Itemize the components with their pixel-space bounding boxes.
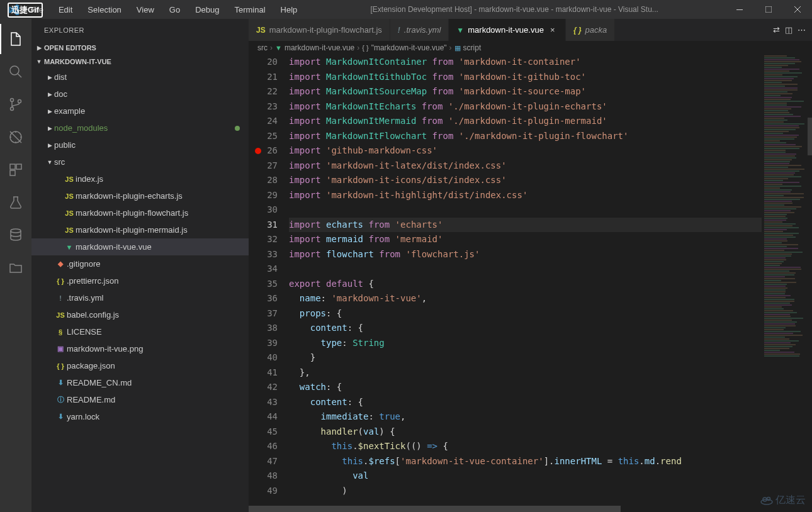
menu-edit[interactable]: Edit — [51, 1, 80, 18]
debug-icon[interactable] — [0, 122, 31, 152]
svg-rect-0 — [736, 9, 743, 10]
split-icon[interactable]: ◫ — [785, 25, 792, 35]
img-file-icon: ▣ — [54, 345, 67, 353]
gif-recorder-badge: 迅捷Gif — [8, 3, 43, 18]
file-markdown-it-plugin-flowchart.js[interactable]: JSmarkdown-it-plugin-flowchart.js — [31, 204, 249, 221]
file-LICENSE[interactable]: §LICENSE — [31, 323, 249, 340]
tab-.travis.yml[interactable]: !.travis.yml — [390, 19, 449, 41]
open-editors-section[interactable]: ▶OPEN EDITORS — [31, 41, 249, 55]
svg-point-13 — [767, 497, 770, 500]
horizontal-scrollbar[interactable] — [249, 506, 812, 512]
vue-icon: ▼ — [275, 44, 282, 52]
svg-point-10 — [11, 229, 21, 233]
svg-rect-9 — [10, 170, 15, 175]
breadcrumb-item[interactable]: markdown-it-vue.vue — [285, 43, 354, 52]
minimap-slider[interactable] — [808, 118, 812, 155]
extensions-icon[interactable] — [0, 155, 31, 185]
search-icon[interactable] — [0, 57, 31, 87]
svg-rect-7 — [10, 164, 15, 169]
code-area[interactable]: 2021222324252627282930313233343536373839… — [249, 55, 812, 506]
project-section[interactable]: ▼MARKDOWN-IT-VUE — [31, 55, 249, 69]
breadcrumb-item[interactable]: script — [463, 43, 482, 52]
svg-point-5 — [18, 100, 21, 103]
git-file-icon: ◆ — [54, 260, 67, 268]
breadcrumb[interactable]: src›▼ markdown-it-vue.vue›{ } "markdown-… — [249, 41, 812, 55]
compare-icon[interactable]: ⇄ — [773, 25, 780, 35]
file-README_CN.md[interactable]: ⬇README_CN.md — [31, 374, 249, 391]
tab-markdown-it-vue.vue[interactable]: ▼markdown-it-vue.vue× — [449, 19, 566, 41]
breakpoint-icon[interactable] — [255, 148, 261, 154]
code-content[interactable]: import MarkdownItContainer from 'markdow… — [289, 55, 762, 506]
folder-icon[interactable] — [0, 253, 31, 283]
breadcrumb-item[interactable]: src — [257, 43, 268, 52]
json-file-icon: { } — [54, 362, 67, 370]
tab-close-icon[interactable]: × — [548, 25, 558, 35]
lic-file-icon: § — [54, 328, 67, 336]
close-button[interactable] — [783, 0, 812, 19]
test-icon[interactable] — [0, 187, 31, 218]
js-file-icon: JS — [256, 26, 266, 35]
title-bar: FileEditSelectionViewGoDebugTerminalHelp… — [0, 0, 812, 19]
editor-area: JSmarkdown-it-plugin-flowchart.js!.travi… — [249, 19, 812, 512]
menu-help[interactable]: Help — [273, 1, 305, 18]
file-index.js[interactable]: JSindex.js — [31, 170, 249, 187]
source-control-icon[interactable] — [0, 89, 31, 120]
file-babel.config.js[interactable]: JSbabel.config.js — [31, 306, 249, 323]
file-markdown-it-plugin-echarts.js[interactable]: JSmarkdown-it-plugin-echarts.js — [31, 187, 249, 204]
menu-go[interactable]: Go — [162, 1, 188, 18]
json-file-icon: { } — [54, 277, 67, 285]
maximize-button[interactable] — [754, 0, 783, 19]
md-file-icon: ⬇ — [54, 379, 67, 387]
more-icon[interactable]: ⋯ — [798, 25, 806, 35]
info-file-icon: ⓘ — [54, 395, 67, 404]
explorer-icon[interactable] — [0, 24, 31, 54]
file-markdown-it-vue.png[interactable]: ▣markdown-it-vue.png — [31, 340, 249, 357]
menu-terminal[interactable]: Terminal — [227, 1, 273, 18]
js-file-icon: JS — [54, 311, 67, 319]
svg-point-4 — [11, 108, 14, 111]
file-yarn.lock[interactable]: ⬇yarn.lock — [31, 408, 249, 425]
minimize-button[interactable] — [725, 0, 754, 19]
sidebar-title: EXPLORER — [31, 19, 249, 41]
js-file-icon: JS — [63, 226, 76, 234]
file-.travis.yml[interactable]: !.travis.yml — [31, 289, 249, 306]
menu-view[interactable]: View — [129, 1, 162, 18]
svg-point-2 — [10, 66, 19, 75]
activity-bar — [0, 19, 31, 512]
svg-rect-1 — [765, 6, 772, 13]
file-README.md[interactable]: ⓘREADME.md — [31, 391, 249, 408]
file-package.json[interactable]: { }package.json — [31, 357, 249, 374]
file-markdown-it-plugin-mermaid.js[interactable]: JSmarkdown-it-plugin-mermaid.js — [31, 221, 249, 238]
menu-debug[interactable]: Debug — [188, 1, 227, 18]
vue-file-icon: ▼ — [456, 26, 464, 35]
tab-packa[interactable]: { }packa — [566, 19, 615, 41]
json-file-icon: { } — [573, 26, 582, 35]
watermark: 亿速云 — [760, 494, 806, 507]
scrollbar-thumb[interactable] — [249, 506, 621, 512]
folder-src[interactable]: ▼src — [31, 153, 249, 170]
svg-rect-8 — [16, 164, 21, 169]
tab-markdown-it-plugin-flowchart.js[interactable]: JSmarkdown-it-plugin-flowchart.js — [249, 19, 390, 41]
folder-doc[interactable]: ▶doc — [31, 86, 249, 103]
file-markdown-it-vue.vue[interactable]: ▼markdown-it-vue.vue — [31, 238, 249, 255]
yml-file-icon: ! — [54, 294, 67, 302]
menu-selection[interactable]: Selection — [80, 1, 128, 18]
folder-dist[interactable]: ▶dist — [31, 69, 249, 86]
breadcrumb-item[interactable]: "markdown-it-vue.vue" — [371, 43, 447, 52]
js-file-icon: JS — [63, 192, 76, 200]
svg-point-3 — [11, 99, 14, 102]
minimap[interactable] — [762, 55, 812, 506]
menu-bar: FileEditSelectionViewGoDebugTerminalHelp — [23, 1, 305, 18]
yml-file-icon: ! — [398, 26, 400, 35]
folder-public[interactable]: ▶public — [31, 136, 249, 153]
file-.prettierrc.json[interactable]: { }.prettierrc.json — [31, 272, 249, 289]
database-icon[interactable] — [0, 220, 31, 250]
braces-icon: { } — [362, 44, 368, 52]
file-.gitignore[interactable]: ◆.gitignore — [31, 255, 249, 272]
file-tree[interactable]: ▶dist▶doc▶example▶node_modules▶public▼sr… — [31, 69, 249, 425]
folder-example[interactable]: ▶example — [31, 103, 249, 120]
line-gutter[interactable]: 2021222324252627282930313233343536373839… — [249, 55, 289, 506]
folder-node_modules[interactable]: ▶node_modules — [31, 120, 249, 136]
sidebar: EXPLORER ▶OPEN EDITORS ▼MARKDOWN-IT-VUE … — [31, 19, 249, 512]
tab-bar: JSmarkdown-it-plugin-flowchart.js!.travi… — [249, 19, 812, 41]
